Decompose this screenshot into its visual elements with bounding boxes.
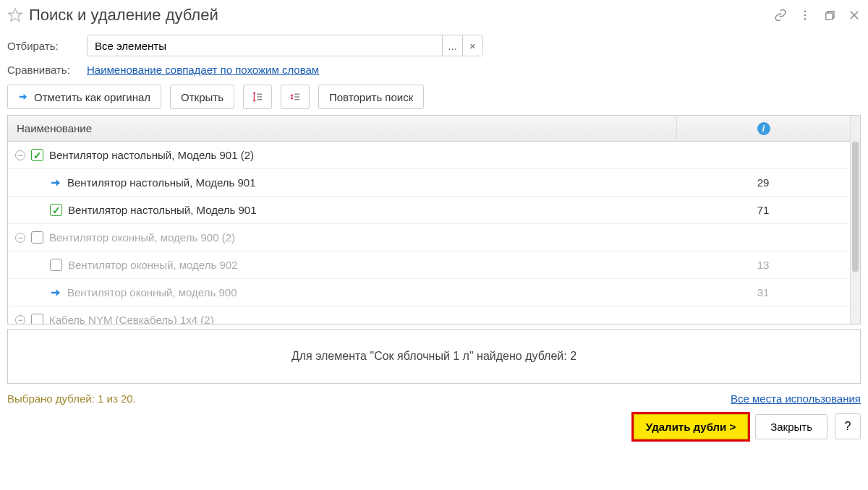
expand-tree-icon xyxy=(251,90,264,103)
column-name-header[interactable]: Наименование xyxy=(8,122,676,134)
tree-row[interactable]: Вентилятор оконный, модель 90213 xyxy=(8,252,850,279)
footer-info-row: Выбрано дублей: 1 из 20. Все места испол… xyxy=(7,392,861,405)
group-checkbox[interactable] xyxy=(31,149,43,161)
close-icon[interactable] xyxy=(848,9,861,22)
filter-combo: ... × xyxy=(87,35,483,56)
row-label: Вентилятор оконный, модель 900 (2) xyxy=(49,231,235,244)
toolbar: Отметить как оригинал Открыть Повторить … xyxy=(7,85,861,109)
collapse-all-button[interactable] xyxy=(281,85,310,109)
row-label: Кабель NYM (Севкабель) 1х4 (2) xyxy=(49,314,214,324)
open-button[interactable]: Открыть xyxy=(170,85,234,109)
tree-row[interactable]: Вентилятор настольный, Модель 90171 xyxy=(8,197,850,224)
expand-toggle-icon[interactable]: − xyxy=(15,150,25,160)
repeat-search-label: Повторить поиск xyxy=(329,91,413,103)
row-info-value: 71 xyxy=(676,204,850,216)
mark-original-button[interactable]: Отметить как оригинал xyxy=(7,85,161,109)
original-arrow-icon xyxy=(50,287,61,298)
tree-row[interactable]: Вентилятор оконный, модель 90031 xyxy=(8,279,850,306)
row-label: Вентилятор оконный, модель 900 xyxy=(67,286,237,298)
more-menu-icon[interactable] xyxy=(799,9,812,22)
help-button[interactable]: ? xyxy=(835,413,861,439)
info-icon: i xyxy=(757,122,770,135)
arrow-right-icon xyxy=(18,92,28,102)
tree-row[interactable]: −Кабель NYM (Севкабель) 1х4 (2) xyxy=(8,306,850,324)
all-usages-link[interactable]: Все места использования xyxy=(731,392,861,405)
filter-clear-button[interactable]: × xyxy=(462,35,482,56)
tree-row[interactable]: −Вентилятор настольный, Модель 901 (2) xyxy=(8,142,850,169)
window-restore-icon[interactable] xyxy=(823,9,836,22)
row-info-value: 29 xyxy=(676,176,850,189)
expand-toggle-icon[interactable]: − xyxy=(15,315,25,324)
selected-count-text: Выбрано дублей: 1 из 20. xyxy=(7,392,136,405)
svg-rect-4 xyxy=(826,13,833,20)
delete-duplicates-button[interactable]: Удалить дубли > xyxy=(634,414,748,439)
duplicates-tree: Наименование i −Вентилятор настольный, М… xyxy=(7,115,861,324)
row-label: Вентилятор оконный, модель 902 xyxy=(68,259,237,271)
svg-marker-0 xyxy=(9,9,22,21)
group-checkbox[interactable] xyxy=(31,231,43,244)
compare-label: Сравнивать: xyxy=(7,64,87,76)
item-checkbox[interactable] xyxy=(50,204,62,216)
mark-original-label: Отметить как оригинал xyxy=(34,91,150,103)
repeat-search-button[interactable]: Повторить поиск xyxy=(318,85,424,109)
collapse-tree-icon xyxy=(289,90,302,103)
row-info-value: 13 xyxy=(676,259,850,271)
row-label: Вентилятор настольный, Модель 901 (2) xyxy=(49,149,254,161)
svg-point-2 xyxy=(804,14,807,17)
filter-more-button[interactable]: ... xyxy=(442,35,462,56)
row-label: Вентилятор настольный, Модель 901 xyxy=(68,204,257,216)
filter-label: Отбирать: xyxy=(7,40,87,52)
row-label: Вентилятор настольный, Модель 901 xyxy=(67,176,256,189)
group-checkbox[interactable] xyxy=(31,314,43,324)
compare-row: Сравнивать: Наименование совпадает по по… xyxy=(7,64,861,76)
row-info-value: 31 xyxy=(676,286,850,298)
expand-toggle-icon[interactable]: − xyxy=(15,233,25,243)
favorite-star-icon[interactable] xyxy=(7,7,29,23)
filter-input[interactable] xyxy=(88,35,442,56)
scrollbar-thumb[interactable] xyxy=(852,142,859,272)
svg-point-1 xyxy=(804,10,807,12)
svg-point-3 xyxy=(804,18,807,20)
original-arrow-icon xyxy=(50,177,61,189)
tree-scrollbar[interactable] xyxy=(850,116,860,324)
footer-buttons: Удалить дубли > Закрыть ? xyxy=(7,413,861,439)
filter-row: Отбирать: ... × xyxy=(7,35,861,56)
page-title: Поиск и удаление дублей xyxy=(29,6,774,25)
window-header: Поиск и удаление дублей xyxy=(7,6,861,25)
tree-row[interactable]: Вентилятор настольный, Модель 90129 xyxy=(8,169,850,197)
link-icon[interactable] xyxy=(774,9,787,22)
compare-link[interactable]: Наименование совпадает по похожим словам xyxy=(87,64,319,76)
tree-header: Наименование i xyxy=(8,116,850,142)
item-checkbox[interactable] xyxy=(50,259,62,271)
open-label: Открыть xyxy=(181,91,224,103)
tree-row[interactable]: −Вентилятор оконный, модель 900 (2) xyxy=(8,224,850,252)
status-message: Для элемента "Сок яблочный 1 л" найдено … xyxy=(7,329,861,384)
close-button[interactable]: Закрыть xyxy=(755,414,827,439)
expand-all-button[interactable] xyxy=(243,85,272,109)
column-info-header[interactable]: i xyxy=(676,116,850,141)
